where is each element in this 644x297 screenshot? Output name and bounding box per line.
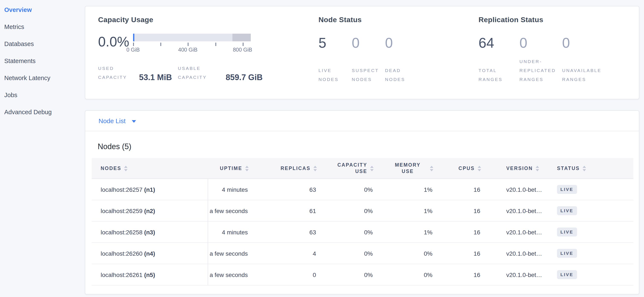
cell-address: localhost:26257 (n1) [92, 179, 208, 200]
table-row-node-2[interactable]: localhost:26259 (n2)a few seconds610%1%1… [92, 200, 633, 221]
axis-tick [160, 43, 161, 46]
sidebar-item-databases[interactable]: Databases [0, 37, 85, 54]
node-list-card: Node List Nodes (5) NODESUPTIMEREPLICASC… [85, 110, 639, 295]
cell-capacity-use: 0% [323, 221, 380, 243]
node-id: (n3) [144, 229, 155, 235]
node-status-value-suspect-nodes: 0 [352, 34, 385, 51]
column-header-nodes[interactable]: NODES [92, 158, 208, 179]
column-label: UPTIME [220, 165, 242, 172]
capacity-bar-reserved-segment [232, 34, 251, 41]
node-list-dropdown[interactable]: Node List [98, 117, 136, 124]
db-console-page: OverviewMetricsDatabasesStatementsNetwor… [0, 0, 644, 297]
cell-uptime: a few seconds [208, 243, 254, 264]
axis-tick [188, 43, 189, 46]
cell-address: localhost:26261 (n5) [92, 264, 208, 285]
sidebar-item-advanced-debug[interactable]: Advanced Debug [0, 106, 85, 123]
capacity-stat-used-capacity: USED CAPACITY53.1 MiB [98, 64, 172, 82]
replication-status-value-total-ranges: 64 [478, 34, 520, 51]
cluster-summary-card: Capacity Usage 0.0% 0 GiB400 GiB800 GiB … [85, 6, 639, 99]
column-header-capacity-use[interactable]: CAPACITY USE [323, 158, 380, 179]
node-status-labels: LIVE NODESSUSPECT NODESDEAD NODES [318, 57, 478, 84]
replication-status-title: Replication Status [478, 16, 626, 24]
replication-status-label-total-ranges: TOTAL RANGES [478, 66, 520, 84]
replication-status-value-under-replicated-ranges: 0 [520, 34, 562, 51]
column-header-cpus[interactable]: CPUS [439, 158, 487, 179]
capacity-stat-usable-capacity: USABLE CAPACITY859.7 GiB [178, 64, 262, 82]
table-row-node-1[interactable]: localhost:26257 (n1)4 minutes630%1%16v20… [92, 179, 633, 200]
column-label: MEMORY USE [388, 162, 427, 175]
sidebar-item-overview[interactable]: Overview [0, 3, 85, 20]
replication-status-label-under-replicated-ranges: UNDER-REPLICATED RANGES [520, 57, 562, 84]
cell-address: localhost:26258 (n3) [92, 221, 208, 243]
cell-address: localhost:26260 (n4) [92, 243, 208, 264]
replication-status-value-unavailable-ranges: 0 [562, 34, 626, 51]
nodes-table-body: localhost:26257 (n1)4 minutes630%1%16v20… [92, 179, 633, 285]
status-badge: LIVE [557, 185, 577, 194]
stat-label: USED CAPACITY [98, 64, 139, 82]
node-status-section: Node Status 500 LIVE NODESSUSPECT NODESD… [318, 6, 478, 99]
node-list-dropdown-label: Node List [98, 117, 126, 124]
sidebar-item-jobs[interactable]: Jobs [0, 89, 85, 106]
sidebar-item-statements[interactable]: Statements [0, 54, 85, 72]
cell-replicas: 63 [254, 221, 323, 243]
cell-replicas: 63 [254, 179, 323, 200]
status-badge: LIVE [557, 270, 577, 279]
cell-capacity-use: 0% [323, 200, 380, 221]
cell-uptime: a few seconds [208, 200, 254, 221]
nodes-table-header-row: NODESUPTIMEREPLICASCAPACITY USEMEMORY US… [92, 158, 633, 179]
capacity-usage-title: Capacity Usage [98, 16, 318, 24]
cell-status: LIVE [545, 264, 633, 285]
replication-status-section: Replication Status 6400 TOTAL RANGESUNDE… [478, 6, 626, 99]
cell-replicas: 61 [254, 200, 323, 221]
table-row-node-4[interactable]: localhost:26260 (n4)a few seconds40%0%16… [92, 243, 633, 264]
capacity-usage-section: Capacity Usage 0.0% 0 GiB400 GiB800 GiB … [98, 6, 318, 99]
cell-version: v20.1.0-bet… [487, 200, 545, 221]
cell-status: LIVE [545, 243, 633, 264]
cell-cpus: 16 [439, 243, 487, 264]
axis-tick [133, 43, 134, 46]
cell-uptime: 4 minutes [208, 221, 254, 243]
nodes-heading: Nodes (5) [98, 142, 632, 151]
column-header-status[interactable]: STATUS [545, 158, 633, 179]
sort-icon [124, 166, 128, 171]
capacity-axis: 0 GiB400 GiB800 GiB [133, 41, 251, 55]
view-selector-row: Node List [85, 111, 639, 131]
column-header-uptime[interactable]: UPTIME [208, 158, 254, 179]
node-address: localhost:26257 [101, 186, 142, 193]
cell-version: v20.1.0-bet… [487, 221, 545, 243]
sort-icon [478, 166, 481, 171]
cell-uptime: 4 minutes [208, 179, 254, 200]
column-label: STATUS [557, 165, 580, 172]
status-badge: LIVE [557, 249, 577, 258]
cell-memory-use: 0% [380, 264, 439, 285]
cell-memory-use: 0% [380, 243, 439, 264]
table-row-node-3[interactable]: localhost:26258 (n3)4 minutes630%1%16v20… [92, 221, 633, 243]
node-address: localhost:26259 [101, 207, 142, 214]
cell-memory-use: 1% [380, 200, 439, 221]
cell-address: localhost:26259 (n2) [92, 200, 208, 221]
sort-icon [370, 166, 374, 171]
replication-status-numbers: 6400 [478, 34, 626, 51]
column-header-version[interactable]: VERSION [487, 158, 545, 179]
table-row-node-5[interactable]: localhost:26261 (n5)a few seconds00%0%16… [92, 264, 633, 285]
stat-value: 53.1 MiB [139, 73, 172, 82]
node-status-value-live-nodes: 5 [318, 34, 352, 51]
sidebar-item-network-latency[interactable]: Network Latency [0, 72, 85, 89]
sidebar-item-metrics[interactable]: Metrics [0, 20, 85, 37]
capacity-chart-row: 0.0% 0 GiB400 GiB800 GiB [98, 34, 318, 55]
column-header-memory-use[interactable]: MEMORY USE [380, 158, 439, 179]
column-label: VERSION [506, 165, 533, 172]
column-header-replicas[interactable]: REPLICAS [254, 158, 323, 179]
main-content: Capacity Usage 0.0% 0 GiB400 GiB800 GiB … [85, 0, 639, 295]
node-status-label-dead-nodes: DEAD NODES [385, 66, 418, 84]
cell-capacity-use: 0% [323, 264, 380, 285]
status-badge: LIVE [557, 206, 577, 215]
cell-cpus: 16 [439, 200, 487, 221]
node-status-label-live-nodes: LIVE NODES [318, 66, 352, 84]
nodes-table: NODESUPTIMEREPLICASCAPACITY USEMEMORY US… [92, 158, 633, 286]
cell-uptime: a few seconds [208, 264, 254, 285]
node-id: (n2) [144, 207, 155, 214]
stat-value: 859.7 GiB [226, 73, 262, 82]
sort-icon [536, 166, 539, 171]
capacity-bar-chart: 0 GiB400 GiB800 GiB [133, 34, 251, 55]
